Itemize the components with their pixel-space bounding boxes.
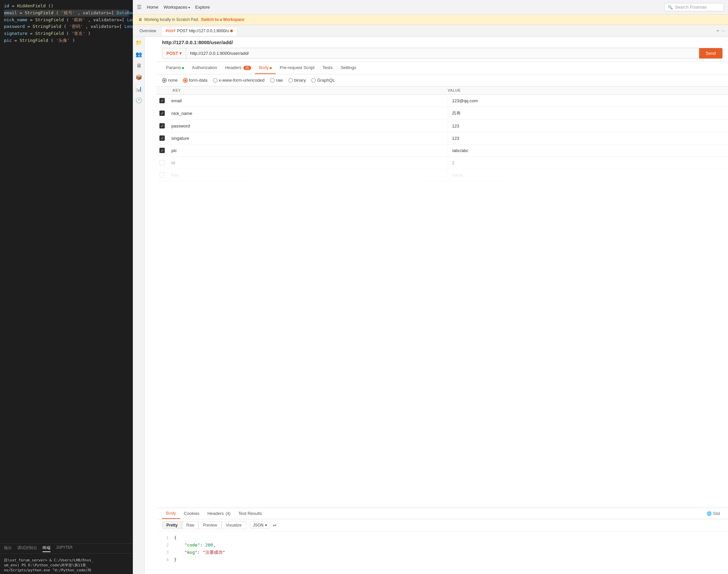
- json-linenum-1: 1: [162, 534, 169, 541]
- search-icon: 🔍: [668, 5, 673, 10]
- content-area: 📁 👥 🖥 📦 📊 🕐 http://127.0.0.1:8000/user/a…: [133, 37, 728, 574]
- method-selector[interactable]: POST ▾: [162, 48, 186, 58]
- postman-header: ☰ Home Workspaces Explore 🔍 Search Postm…: [133, 0, 728, 14]
- row-value-password[interactable]: 123: [448, 120, 728, 132]
- radio-raw: [270, 78, 275, 83]
- checkbox-nick-name[interactable]: [159, 111, 165, 116]
- tab-authorization[interactable]: Authorization: [188, 62, 221, 74]
- row-key-singature[interactable]: singature: [167, 132, 448, 144]
- tab-body[interactable]: Body: [255, 62, 276, 74]
- nav-explore[interactable]: Explore: [195, 5, 210, 10]
- tab-pre-request-script[interactable]: Pre-request Script: [276, 62, 319, 74]
- row-check-id[interactable]: [157, 157, 167, 169]
- terminal-tab-output[interactable]: 输出: [4, 545, 12, 552]
- send-button[interactable]: Send: [699, 48, 722, 58]
- sidebar-icon-monitor[interactable]: 🖥: [136, 63, 141, 69]
- row-value-placeholder[interactable]: Value: [448, 169, 728, 181]
- col-value: VALUE: [448, 88, 723, 92]
- row-check-email[interactable]: [157, 95, 167, 107]
- row-check-singature[interactable]: [157, 132, 167, 144]
- resp-tab-body[interactable]: Body: [162, 508, 180, 519]
- nav-workspaces[interactable]: Workspaces: [164, 5, 190, 10]
- checkbox-pic[interactable]: [159, 148, 165, 153]
- wrap-icon[interactable]: ⇌: [273, 523, 277, 528]
- json-code-line-2: "msg": "注册成功": [174, 549, 225, 556]
- row-key-id[interactable]: id: [167, 157, 448, 169]
- checkbox-new[interactable]: [159, 172, 165, 178]
- form-data-table: KEY VALUE email 123@qq.com nick_na: [157, 86, 728, 507]
- terminal-line-3: nv/Scripts/python.exe "d:/Python_code/尚: [4, 568, 129, 573]
- body-type-none[interactable]: none: [162, 78, 178, 83]
- table-row: email 123@qq.com: [157, 95, 728, 107]
- resp-tab-headers[interactable]: Headers (4): [204, 508, 235, 519]
- body-type-selector: none form-data x-www-form-urlencoded raw…: [157, 74, 728, 86]
- row-value-singature[interactable]: 123: [448, 132, 728, 144]
- format-preview[interactable]: Preview: [199, 521, 221, 529]
- url-input[interactable]: [186, 48, 699, 58]
- code-line-4: password = StringField ( '密码' , validato…: [4, 23, 129, 30]
- menu-icon[interactable]: ☰: [137, 4, 141, 10]
- checkbox-id[interactable]: [159, 160, 165, 165]
- sidebar-icon-chart[interactable]: 📊: [135, 86, 142, 92]
- terminal-tab-jupyter[interactable]: JUPYTER: [56, 545, 73, 552]
- sidebar-icon-users[interactable]: 👥: [135, 51, 142, 57]
- row-value-pic[interactable]: /abc/abc: [448, 145, 728, 156]
- terminal-tab-terminal[interactable]: 终端: [42, 545, 50, 552]
- format-select[interactable]: JSON ▾: [250, 522, 270, 529]
- terminal-tab-debug[interactable]: 调试控制台: [17, 545, 37, 552]
- add-tab-icon[interactable]: +: [717, 28, 719, 33]
- label-urlencoded: x-www-form-urlencoded: [219, 78, 265, 83]
- row-key-password[interactable]: password: [167, 120, 448, 132]
- format-pretty[interactable]: Pretty: [162, 521, 182, 529]
- checkbox-email[interactable]: [159, 98, 165, 103]
- resp-tab-test-results[interactable]: Test Results: [235, 508, 266, 519]
- url-bar: POST ▾ Send: [162, 48, 723, 59]
- row-key-pic[interactable]: pic: [167, 145, 448, 156]
- body-type-graphql[interactable]: GraphQL: [311, 78, 335, 83]
- checkbox-password[interactable]: [159, 123, 165, 128]
- scratch-banner: 🖥 Working locally in Scratch Pad. Switch…: [133, 14, 728, 25]
- table-row: password 123: [157, 120, 728, 132]
- sidebar-icon-history[interactable]: 🕐: [135, 97, 142, 104]
- format-raw[interactable]: Raw: [182, 521, 199, 529]
- table-row: singature 123: [157, 132, 728, 145]
- body-type-urlencoded[interactable]: x-www-form-urlencoded: [213, 78, 265, 83]
- tab-tests[interactable]: Tests: [319, 62, 336, 74]
- tab-settings[interactable]: Settings: [336, 62, 360, 74]
- tab-overview[interactable]: Overview: [135, 27, 160, 35]
- tab-params[interactable]: Params: [162, 62, 188, 74]
- label-none: none: [168, 78, 178, 83]
- row-value-email[interactable]: 123@qq.com: [448, 95, 728, 107]
- sidebar-icon-folder[interactable]: 📁: [135, 40, 142, 46]
- table-header: KEY VALUE: [157, 86, 728, 95]
- label-graphql: GraphQL: [317, 78, 335, 83]
- sidebar-icon-package[interactable]: 📦: [135, 74, 142, 80]
- tab-url-label: POST http://127.0.0.1:8000/u: [177, 29, 229, 33]
- resp-tab-cookies[interactable]: Cookies: [180, 508, 204, 519]
- search-bar[interactable]: 🔍 Search Postman: [664, 3, 724, 11]
- body-type-form-data[interactable]: form-data: [183, 78, 208, 83]
- format-tabs: Pretty Raw Preview Visualize JSON ▾ ⇌: [157, 519, 728, 532]
- switch-workspace-link[interactable]: Switch to a Workspace: [201, 17, 244, 22]
- body-type-binary[interactable]: binary: [288, 78, 306, 83]
- row-check-pic[interactable]: [157, 145, 167, 156]
- row-value-id[interactable]: 2: [448, 157, 728, 169]
- row-key-placeholder[interactable]: Key: [167, 169, 448, 181]
- tab-post-request[interactable]: POST POST http://127.0.0.1:8000/u: [161, 26, 237, 36]
- body-type-raw[interactable]: raw: [270, 78, 283, 83]
- checkbox-singature[interactable]: [159, 135, 165, 141]
- nav-home[interactable]: Home: [147, 5, 158, 10]
- row-check-nick-name[interactable]: [157, 107, 167, 119]
- row-check-new[interactable]: [157, 169, 167, 181]
- format-visualize[interactable]: Visualize: [221, 521, 246, 529]
- row-key-email[interactable]: email: [167, 95, 448, 107]
- more-tabs-icon[interactable]: ···: [722, 28, 725, 33]
- row-check-password[interactable]: [157, 120, 167, 132]
- response-status: 🌐 Stat: [707, 511, 723, 516]
- code-editor: id = HiddenField () email = StringField …: [0, 0, 133, 574]
- tab-dot: [230, 30, 233, 32]
- row-value-nick-name[interactable]: 吕布: [448, 107, 728, 120]
- table-row: nick_name 吕布: [157, 107, 728, 120]
- row-key-nick-name[interactable]: nick_name: [167, 108, 448, 119]
- tab-headers[interactable]: Headers (8): [221, 62, 255, 74]
